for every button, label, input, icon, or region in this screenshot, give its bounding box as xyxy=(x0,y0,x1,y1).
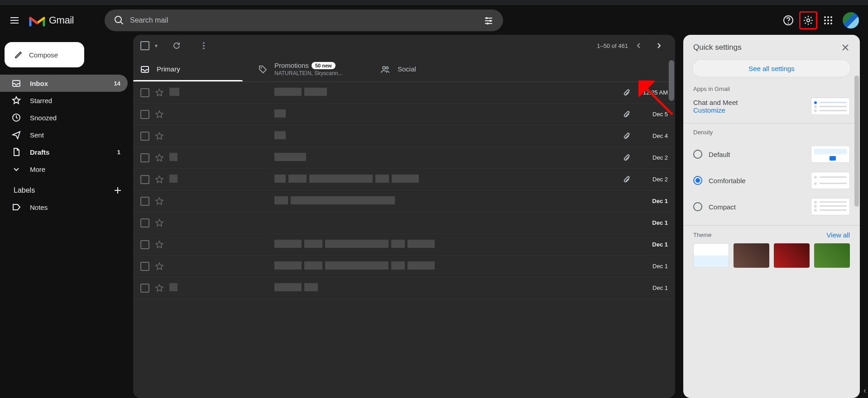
quick-settings-close[interactable] xyxy=(841,43,850,52)
tab-primary[interactable]: Primary xyxy=(133,57,251,81)
support-button[interactable] xyxy=(779,11,797,29)
row-checkbox[interactable] xyxy=(140,132,149,141)
svg-point-0 xyxy=(115,16,121,23)
file-icon xyxy=(12,147,21,156)
row-star[interactable] xyxy=(155,284,164,293)
add-label-button[interactable] xyxy=(113,186,122,195)
row-checkbox[interactable] xyxy=(140,197,149,206)
row-star[interactable] xyxy=(155,132,164,141)
qs-theme-view-all[interactable]: View all xyxy=(827,231,850,239)
mail-row[interactable]: Dec 1 xyxy=(133,234,675,256)
mail-row[interactable]: Dec 1 xyxy=(133,190,675,212)
select-all-checkbox[interactable] xyxy=(140,41,149,50)
attachment-icon xyxy=(623,89,631,97)
svg-point-18 xyxy=(203,42,205,44)
mail-row[interactable]: Dec 2 xyxy=(133,169,675,190)
sidebar-item-drafts[interactable]: Drafts1 xyxy=(0,143,128,161)
mail-row[interactable]: Dec 1 xyxy=(133,277,675,299)
next-page-button[interactable] xyxy=(650,37,668,55)
star-outline-icon xyxy=(155,197,164,206)
svg-point-12 xyxy=(830,19,832,21)
density-comfortable[interactable]: Comfortable xyxy=(693,167,850,194)
apps-button[interactable] xyxy=(819,11,837,29)
gmail-logo[interactable]: Gmail xyxy=(29,14,74,27)
tab-promotions[interactable]: Promotions50 new NATURALTEIN, Skyscann..… xyxy=(251,57,373,81)
attachment-icon xyxy=(623,154,631,162)
row-checkbox[interactable] xyxy=(140,110,149,119)
search-input[interactable] xyxy=(130,16,478,24)
settings-button[interactable] xyxy=(799,11,817,29)
row-date: Dec 1 xyxy=(636,284,668,291)
star-icon xyxy=(12,96,21,105)
row-checkbox[interactable] xyxy=(140,262,149,271)
sidebar-item-label: Starred xyxy=(30,97,52,104)
qs-scrollbar[interactable] xyxy=(854,76,859,207)
mail-row[interactable]: 12:25 AM xyxy=(133,82,675,104)
row-checkbox[interactable] xyxy=(140,88,149,97)
sidebar-item-snoozed[interactable]: Snoozed xyxy=(0,109,128,126)
see-all-settings-button[interactable]: See all settings xyxy=(692,59,851,77)
search-bar[interactable] xyxy=(105,9,503,31)
search-button[interactable] xyxy=(108,9,130,31)
row-star[interactable] xyxy=(155,175,164,184)
row-date: Dec 5 xyxy=(636,111,668,118)
star-outline-icon xyxy=(155,88,164,97)
tab-social[interactable]: Social xyxy=(373,57,491,81)
row-star[interactable] xyxy=(155,153,164,162)
label-item-notes[interactable]: Notes xyxy=(0,199,128,216)
sidebar: Compose Inbox14StarredSnoozedSentDrafts1… xyxy=(0,35,133,398)
search-options-button[interactable] xyxy=(478,9,499,31)
prev-page-button[interactable] xyxy=(630,37,648,55)
radio-checked-icon xyxy=(693,176,702,185)
row-star[interactable] xyxy=(155,197,164,206)
svg-point-24 xyxy=(386,66,388,69)
row-checkbox[interactable] xyxy=(140,284,149,293)
row-star[interactable] xyxy=(155,88,164,97)
theme-option-2[interactable] xyxy=(734,243,769,268)
row-star[interactable] xyxy=(155,262,164,271)
svg-point-13 xyxy=(824,23,826,24)
row-checkbox[interactable] xyxy=(140,240,149,249)
row-star[interactable] xyxy=(155,240,164,249)
refresh-button[interactable] xyxy=(168,37,186,55)
density-compact[interactable]: Compact xyxy=(693,194,850,220)
compose-button[interactable]: Compose xyxy=(5,42,84,67)
mail-row[interactable]: Dec 2 xyxy=(133,147,675,169)
row-star[interactable] xyxy=(155,218,164,227)
theme-option-4[interactable] xyxy=(814,243,850,268)
clock-icon xyxy=(12,113,21,122)
theme-option-3[interactable] xyxy=(774,243,810,268)
sidebar-item-inbox[interactable]: Inbox14 xyxy=(0,75,128,92)
select-dropdown[interactable]: ▼ xyxy=(154,43,158,48)
theme-option-default[interactable] xyxy=(693,243,729,268)
star-outline-icon xyxy=(155,262,164,271)
sidebar-item-starred[interactable]: Starred xyxy=(0,92,128,109)
header-actions xyxy=(779,11,864,29)
more-button[interactable] xyxy=(195,37,213,55)
row-star[interactable] xyxy=(155,110,164,119)
svg-point-2 xyxy=(489,20,492,22)
main-menu-button[interactable] xyxy=(4,9,25,31)
side-panel-toggle[interactable]: ‹ xyxy=(863,386,866,395)
mail-row[interactable]: Dec 5 xyxy=(133,104,675,125)
qs-theme-section: Theme View all xyxy=(683,225,860,273)
row-subject xyxy=(274,153,617,163)
qs-apps-header: Apps in Gmail xyxy=(693,85,850,92)
star-outline-icon xyxy=(155,284,164,293)
sidebar-item-more[interactable]: More xyxy=(0,161,128,178)
mail-row[interactable]: Dec 4 xyxy=(133,125,675,147)
inbox-icon xyxy=(140,65,149,74)
qs-customize-link[interactable]: Customize xyxy=(693,106,738,114)
row-checkbox[interactable] xyxy=(140,175,149,184)
row-checkbox[interactable] xyxy=(140,218,149,227)
density-default[interactable]: Default xyxy=(693,141,850,167)
account-avatar[interactable] xyxy=(843,12,859,28)
star-outline-icon xyxy=(155,175,164,184)
sidebar-item-sent[interactable]: Sent xyxy=(0,126,128,143)
density-default-label: Default xyxy=(709,151,805,158)
mail-row[interactable]: Dec 1 xyxy=(133,256,675,277)
mail-scrollbar[interactable] xyxy=(669,60,674,101)
mail-row[interactable]: Dec 1 xyxy=(133,212,675,234)
row-checkbox[interactable] xyxy=(140,153,149,162)
svg-point-14 xyxy=(827,23,829,24)
